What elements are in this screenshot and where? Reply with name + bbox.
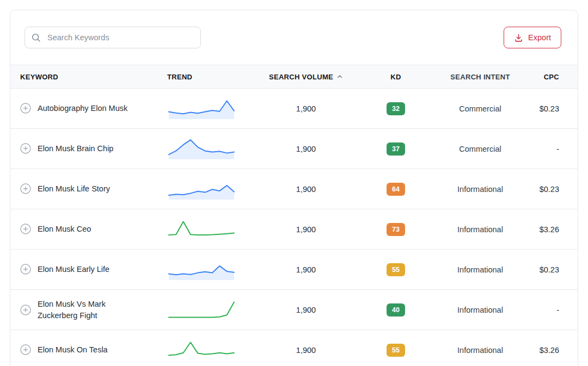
column-header-trend[interactable]: TREND [167,73,254,81]
keyword-cell: Elon Musk Life Story [20,183,167,194]
search-intent-value: Commercial [434,145,526,153]
cpc-value: $3.26 [526,346,559,355]
add-keyword-icon [20,103,31,114]
keyword-cell: Elon Musk Vs Mark Zuckerberg Fight [20,299,167,321]
cpc-value: $0.23 [526,104,559,113]
keyword-table-card: Export KEYWORDTRENDSEARCH VOLUMEKDSEARCH… [10,10,578,366]
cpc-value: - [526,306,559,314]
trend-cell [167,137,254,161]
search-volume-value: 1,900 [254,145,358,153]
search-icon [32,33,41,42]
add-keyword-icon [20,224,31,234]
trend-sparkline [167,258,236,282]
table-row: Elon Musk Early Life1,90055Informational… [10,250,578,290]
kd-badge: 32 [387,102,405,115]
cpc-value: - [526,145,559,153]
add-keyword-icon [20,264,31,275]
column-label: CPC [544,73,559,81]
search-volume-value: 1,900 [254,346,358,355]
search-volume-value: 1,900 [254,306,358,314]
column-header-keyword[interactable]: KEYWORD [20,73,167,81]
kd-badge: 64 [387,183,405,196]
keyword-label: Elon Musk Brain Chip [38,143,113,154]
column-header-intent[interactable]: SEARCH INTENT [434,73,526,81]
trend-sparkline [167,137,236,161]
keyword-label: Elon Musk Ceo [38,224,91,234]
keyword-cell: Elon Musk On Tesla [20,344,167,355]
trend-sparkline [167,338,236,362]
table-row: Elon Musk Life Story1,90064Informational… [10,169,578,209]
kd-cell: 37 [358,142,434,156]
kd-badge: 37 [387,142,405,156]
kd-badge: 73 [387,223,405,236]
keyword-cell: Elon Musk Early Life [20,264,167,275]
add-keyword-button[interactable] [20,264,31,275]
export-button[interactable]: Export [504,27,561,48]
search-volume-value: 1,900 [254,185,358,194]
add-keyword-icon [20,143,31,154]
cpc-value: $3.26 [526,225,559,234]
add-keyword-button[interactable] [20,183,31,194]
keyword-cell: Elon Musk Ceo [20,224,167,234]
column-label: TREND [167,73,192,81]
column-header-kd[interactable]: KD [358,73,434,81]
trend-sparkline [167,177,236,201]
table-row: Autobiography Elon Musk1,90032Commercial… [10,89,578,129]
kd-cell: 55 [358,263,434,276]
column-header-volume[interactable]: SEARCH VOLUME [254,73,358,81]
keyword-label: Elon Musk Life Story [38,183,110,194]
keyword-label: Autobiography Elon Musk [38,103,127,114]
column-label: SEARCH INTENT [450,73,510,81]
sort-asc-icon [336,73,343,80]
table-body: Autobiography Elon Musk1,90032Commercial… [10,89,578,366]
kd-badge: 40 [387,303,405,317]
kd-cell: 73 [358,223,434,236]
kd-cell: 64 [358,183,434,196]
search-intent-value: Informational [434,185,526,194]
keyword-label: Elon Musk On Tesla [38,344,108,355]
search-intent-value: Informational [434,346,526,355]
keyword-label: Elon Musk Vs Mark Zuckerberg Fight [38,299,141,321]
add-keyword-button[interactable] [20,103,31,114]
export-label: Export [528,33,551,42]
keyword-cell: Elon Musk Brain Chip [20,143,167,154]
column-header-cpc[interactable]: CPC [526,73,559,81]
trend-cell [167,177,254,201]
trend-sparkline [167,298,236,322]
kd-cell: 40 [358,303,434,317]
column-label: KD [390,73,401,81]
kd-badge: 55 [387,344,405,357]
search-intent-value: Informational [434,306,526,314]
add-keyword-icon [20,344,31,355]
add-keyword-icon [20,305,31,315]
trend-cell [167,258,254,282]
cpc-value: $0.23 [526,265,559,274]
trend-sparkline [167,218,236,241]
toolbar: Export [10,10,578,65]
search-intent-value: Informational [434,265,526,274]
table-header: KEYWORDTRENDSEARCH VOLUMEKDSEARCH INTENT… [10,65,578,89]
add-keyword-button[interactable] [20,224,31,234]
table-row: Elon Musk Brain Chip1,90037Commercial- [10,129,578,169]
table-row: Elon Musk Vs Mark Zuckerberg Fight1,9004… [10,290,578,330]
add-keyword-button[interactable] [20,143,31,154]
table-row: Elon Musk On Tesla1,90055Informational$3… [10,330,578,366]
search-input-wrapper[interactable] [24,27,201,48]
add-keyword-button[interactable] [20,305,31,315]
keyword-cell: Autobiography Elon Musk [20,103,167,114]
column-label: SEARCH VOLUME [269,73,333,81]
trend-cell [167,97,254,121]
search-volume-value: 1,900 [254,225,358,234]
search-volume-value: 1,900 [254,104,358,113]
add-keyword-button[interactable] [20,344,31,355]
kd-cell: 55 [358,344,434,357]
keyword-label: Elon Musk Early Life [38,264,109,275]
kd-cell: 32 [358,102,434,115]
search-input[interactable] [46,33,194,42]
trend-cell [167,338,254,362]
column-label: KEYWORD [20,73,58,81]
table-row: Elon Musk Ceo1,90073Informational$3.26 [10,209,578,250]
search-intent-value: Commercial [434,104,526,113]
download-icon [514,33,523,42]
cpc-value: $0.23 [526,185,559,194]
